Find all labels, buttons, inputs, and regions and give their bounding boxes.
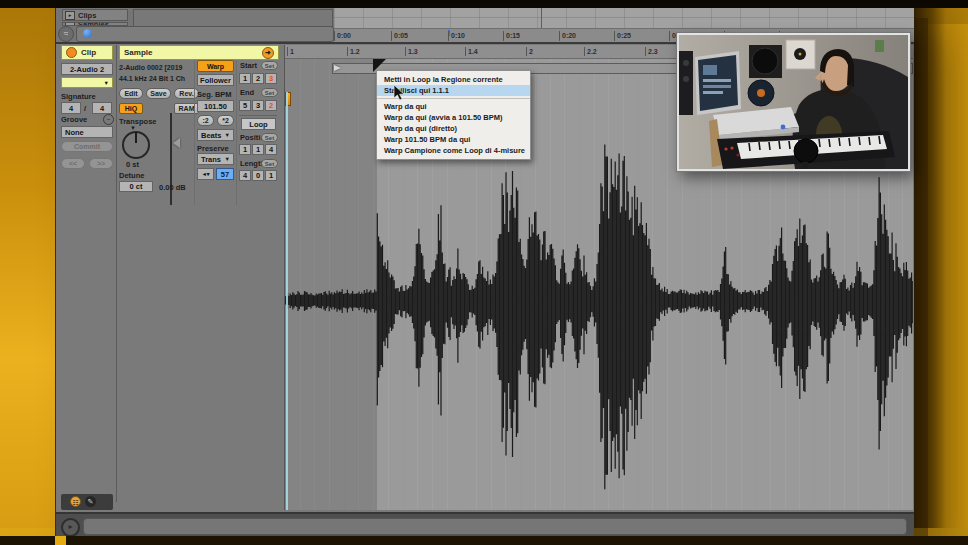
ruler-tick: 0:15 [503,31,520,41]
clip-activator-icon[interactable] [66,47,77,58]
ruler-tick: 0:20 [559,31,576,41]
hotswap-icon[interactable] [83,29,92,38]
commit-button[interactable]: Commit [61,141,113,152]
follower-button[interactable]: Follower [197,74,234,86]
start-digit[interactable]: 1 [239,73,251,84]
piano-icon[interactable]: ☷ [70,496,81,507]
groove-icon[interactable]: ~ [103,114,114,125]
save-button[interactable]: Save [146,88,171,99]
nudge-back-button[interactable]: << [61,158,85,169]
hiq-toggle[interactable]: HiQ [119,103,143,114]
signature-numerator[interactable]: 4 [61,102,81,114]
webcam-overlay [677,33,910,171]
follow-arrow-icon[interactable]: ➜ [262,47,274,59]
panel-divider [236,60,237,205]
browser-item-label: Clips [78,11,96,20]
start-digit[interactable]: 2 [252,73,264,84]
signature-denominator[interactable]: 4 [92,102,112,114]
context-menu-item[interactable]: Warp 101.50 BPM da qui [377,134,530,145]
panel-divider [194,60,195,205]
status-message-bar[interactable] [83,518,907,535]
start-label: Start [240,61,257,70]
length-set-button[interactable]: Set [261,159,278,168]
position-set-button[interactable]: Set [261,133,278,142]
groove-chooser[interactable]: None [61,126,113,138]
end-digit[interactable]: 5 [239,100,251,111]
divider [239,115,277,116]
context-menu-item[interactable]: Warp Campione come Loop di 4-misure [377,145,530,156]
seg-bpm-value[interactable]: 101.50 [197,100,234,112]
length-digit[interactable]: 0 [252,170,264,181]
play-icon[interactable]: ▸ [61,518,80,537]
nudge-forward-button[interactable]: >> [89,158,113,169]
transpose-label: Transpose [119,117,157,126]
warp-mode-chooser[interactable]: Beats ▼ [197,129,234,141]
gain-slider-handle[interactable] [173,138,180,148]
sample-file-format: 44.1 kHz 24 Bit 1 Ch [119,75,185,82]
chevron-down-icon: ▼ [104,80,109,86]
ram-toggle[interactable]: RAM [174,103,199,114]
clip-header[interactable]: Clip [61,45,113,60]
sample-header[interactable]: Sample ➜ [119,45,279,60]
signature-slash: / [84,104,86,113]
position-digit[interactable]: 1 [239,144,251,155]
sample-file-name: 2-Audio 0002 [2019 [119,64,182,71]
context-menu-item[interactable]: Warp da qui (diretto) [377,123,530,134]
end-set-button[interactable]: Set [261,88,278,97]
wave-status-icon: ≈ [58,26,74,42]
hotswap-bar[interactable] [76,26,334,42]
chevron-down-icon: ▼ [225,132,230,138]
browser-subpanel [133,9,333,27]
cursor-icon [393,84,405,101]
loop-jump-value[interactable]: 57 [216,168,234,180]
browser-item-clips[interactable]: ▸ Clips [62,9,128,21]
ruler-tick: 0:00 [334,31,351,41]
scene-divider [541,8,542,28]
detune-value[interactable]: 0 ct [119,181,153,192]
ruler-tick: 0:05 [391,31,408,41]
preserve-chooser[interactable]: Trans ▼ [197,153,234,165]
loop-jump-icon[interactable]: ◄▾ [197,168,214,180]
wallpaper-left [0,0,55,528]
length-digit[interactable]: 1 [265,170,277,181]
letterbox-top [0,0,968,8]
start-set-button[interactable]: Set [261,61,278,70]
ruler-tick: 0:10 [448,31,465,41]
clip-list-icon: ▸ [65,11,75,20]
start-digit[interactable]: 3 [265,73,277,84]
screen: ▸ Clips Samples ≈ 0:000:050:100:150:200:… [0,0,968,545]
halve-bpm-button[interactable]: :2 [197,115,214,126]
end-label: End [240,88,254,97]
clip-color-chooser[interactable]: ▼ [61,77,113,88]
length-digit[interactable]: 4 [239,170,251,181]
wallpaper-notch [55,536,66,545]
arrangement-lanes[interactable] [334,8,914,28]
letterbox-bottom [0,536,968,545]
signature-label: Signature [61,92,96,101]
detune-label: Detune [119,171,144,180]
gain-value: 0.00 dB [159,183,186,192]
pencil-icon[interactable]: ✎ [85,496,96,507]
position-digit[interactable]: 4 [265,144,277,155]
clip-name-box[interactable]: 2-Audio 2 [61,63,113,75]
context-menu-item[interactable]: Warp da qui (avvia a 101.50 BPM) [377,112,530,123]
preserve-label: Preserve [197,144,229,153]
end-digit[interactable]: 3 [252,100,264,111]
seg-bpm-label: Seg. BPM [197,90,232,99]
position-digit[interactable]: 1 [252,144,264,155]
wallpaper-right [913,0,968,528]
ruler-tick: 0:25 [614,31,631,41]
warp-toggle[interactable]: Warp [197,60,234,72]
edit-button[interactable]: Edit [119,88,143,99]
double-bpm-button[interactable]: *2 [217,115,234,126]
ableton-window: ▸ Clips Samples ≈ 0:000:050:100:150:200:… [55,8,914,536]
groove-label: Groove [61,115,87,124]
loop-toggle[interactable]: Loop [241,118,276,130]
end-digit[interactable]: 2 [265,100,277,111]
chevron-down-icon: ▼ [225,156,230,162]
transpose-knob[interactable] [122,131,150,159]
reverse-button[interactable]: Rev. [174,88,199,99]
transpose-value: 0 st [126,160,139,169]
context-menu-item[interactable]: Warp da qui [377,101,530,112]
panel-divider [116,45,117,502]
